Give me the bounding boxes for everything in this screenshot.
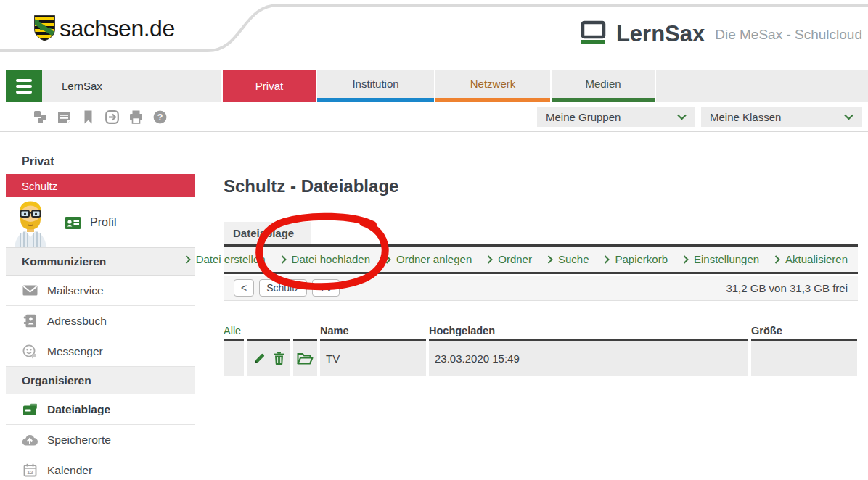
print-icon[interactable] — [128, 109, 144, 125]
sidebar-item-speicherorte[interactable]: Speicherorte — [6, 425, 195, 455]
table-row: TV 23.03.2020 15:49 — [224, 341, 858, 376]
chevron-right-icon — [774, 255, 780, 264]
quick-toolbar: ? Meine Gruppen Meine Klassen — [0, 102, 868, 132]
calendar-icon: 12 — [23, 463, 37, 477]
lernsax-logo: LernSax Die MeSax - Schulcloud — [580, 20, 862, 44]
hamburger-icon — [16, 79, 32, 82]
chevron-right-icon — [683, 255, 689, 264]
chevron-right-icon — [547, 255, 553, 264]
chevron-down-icon — [843, 114, 854, 120]
menu-datei-erstellen[interactable]: Datei erstellen — [185, 253, 266, 265]
sidebar-item-kalender[interactable]: 12 Kalender — [6, 455, 195, 480]
menu-ordner-anlegen[interactable]: Ordner anlegen — [385, 253, 472, 265]
page-title: Schultz - Dateiablage — [224, 176, 398, 196]
svg-text:?: ? — [157, 112, 163, 123]
bookmark-icon[interactable] — [81, 109, 96, 125]
nav-filler — [656, 70, 868, 102]
kalender-label: Kalender — [47, 464, 92, 477]
hamburger-menu-button[interactable] — [6, 70, 42, 102]
tab-dateiablage[interactable]: Dateiablage — [224, 222, 311, 244]
row-folder-cell — [293, 341, 317, 376]
lernsax-tagline: Die MeSax - Schulcloud — [715, 28, 862, 44]
sidebar-profile-row: Profil — [6, 197, 195, 248]
nav-tab-privat[interactable]: Privat — [223, 70, 316, 102]
svg-text:12: 12 — [27, 469, 33, 476]
edit-pencil-icon[interactable] — [253, 352, 266, 365]
main-navbar: LernSax Privat Institution Netzwerk Medi… — [0, 70, 868, 102]
menu-einstellungen[interactable]: Einstellungen — [683, 253, 759, 265]
nav-app-name: LernSax — [42, 70, 221, 102]
header-actions — [247, 323, 290, 341]
nav-tab-netzwerk[interactable]: Netzwerk — [435, 70, 550, 102]
sidebar-item-mailservice[interactable]: Mailservice — [6, 276, 195, 306]
chevron-right-icon — [487, 255, 493, 264]
sidebar-area-title: Privat — [6, 149, 195, 174]
crumb-tv[interactable]: TV — [312, 279, 340, 297]
storage-quota: 31,2 GB von 31,3 GB frei — [726, 282, 848, 294]
chevron-right-icon — [604, 255, 610, 264]
notes-icon[interactable] — [57, 109, 72, 125]
cloud-upload-icon — [22, 434, 38, 446]
menu-suche[interactable]: Suche — [547, 253, 589, 265]
chevron-down-icon — [676, 114, 687, 120]
menu-datei-hochladen[interactable]: Datei hochladen — [281, 253, 370, 265]
open-folder-icon[interactable] — [297, 352, 314, 365]
chevron-right-icon — [281, 255, 287, 264]
folder-path-bar: < Schultz TV 31,2 GB von 31,3 GB frei — [224, 276, 858, 301]
messenger-smiley-icon — [22, 344, 38, 359]
content-tabbar: Dateiablage — [224, 222, 858, 247]
row-size — [751, 341, 857, 376]
sidebar-item-profil[interactable]: Profil — [64, 197, 116, 248]
speicherorte-label: Speicherorte — [47, 434, 111, 447]
meine-gruppen-dropdown[interactable]: Meine Gruppen — [537, 107, 695, 127]
sidebar-section-kommunizieren: Kommunizieren — [6, 248, 195, 276]
nav-tab-medien[interactable]: Medien — [552, 70, 655, 102]
sidebar-item-messenger[interactable]: Messenger — [6, 336, 195, 367]
file-table: Alle Name Hochgeladen Größe — [224, 323, 858, 376]
sachsen-logo[interactable]: sachsen.de — [33, 15, 175, 42]
mail-icon — [22, 285, 38, 296]
menu-ordner[interactable]: Ordner — [487, 253, 532, 265]
crumb-schultz[interactable]: Schultz — [259, 279, 307, 297]
file-storage-icon — [22, 403, 38, 416]
logout-icon[interactable] — [105, 109, 120, 125]
file-table-header: Alle Name Hochgeladen Größe — [224, 323, 858, 341]
back-button[interactable]: < — [234, 279, 254, 297]
header-uploaded: Hochgeladen — [429, 323, 748, 341]
monitor-icon — [580, 20, 606, 44]
menu-aktualisieren[interactable]: Aktualisieren — [774, 253, 848, 265]
profil-label: Profil — [90, 216, 116, 229]
mailservice-label: Mailservice — [47, 284, 104, 297]
address-book-icon — [23, 314, 37, 328]
header-icon — [293, 323, 317, 341]
adressbuch-label: Adressbuch — [47, 315, 107, 328]
row-uploaded: 23.03.2020 15:49 — [429, 341, 748, 376]
sidebar: Privat Schultz — [6, 149, 195, 480]
header-size: Größe — [751, 323, 857, 341]
sidebar-user-schultz[interactable]: Schultz — [6, 174, 195, 197]
avatar[interactable] — [6, 197, 55, 247]
lernsax-wordmark: LernSax — [616, 23, 705, 44]
row-select-cell[interactable] — [224, 341, 244, 376]
header-name: Name — [320, 323, 426, 341]
meine-klassen-label: Meine Klassen — [710, 111, 781, 123]
menu-papierkorb[interactable]: Papierkorb — [604, 253, 668, 265]
meine-gruppen-label: Meine Gruppen — [546, 111, 621, 123]
row-name[interactable]: TV — [320, 341, 426, 376]
messenger-label: Messenger — [47, 345, 103, 358]
select-all-link[interactable]: Alle — [224, 323, 244, 341]
sidebar-item-dateiablage[interactable]: Dateiablage — [6, 394, 195, 425]
cascade-windows-icon[interactable] — [33, 109, 48, 125]
help-icon[interactable]: ? — [152, 109, 168, 125]
chevron-right-icon — [185, 255, 191, 264]
saxony-coat-of-arms-icon — [33, 15, 56, 42]
sachsen-logo-text: sachsen.de — [60, 15, 175, 42]
delete-trash-icon[interactable] — [274, 352, 284, 365]
dateiablage-label: Dateiablage — [47, 403, 110, 416]
sidebar-item-adressbuch[interactable]: Adressbuch — [6, 306, 195, 336]
nav-tab-institution[interactable]: Institution — [317, 70, 434, 102]
meine-klassen-dropdown[interactable]: Meine Klassen — [701, 107, 862, 127]
sidebar-section-organisieren: Organisieren — [6, 367, 195, 394]
row-actions-cell — [247, 341, 290, 376]
chevron-right-icon — [385, 255, 391, 264]
